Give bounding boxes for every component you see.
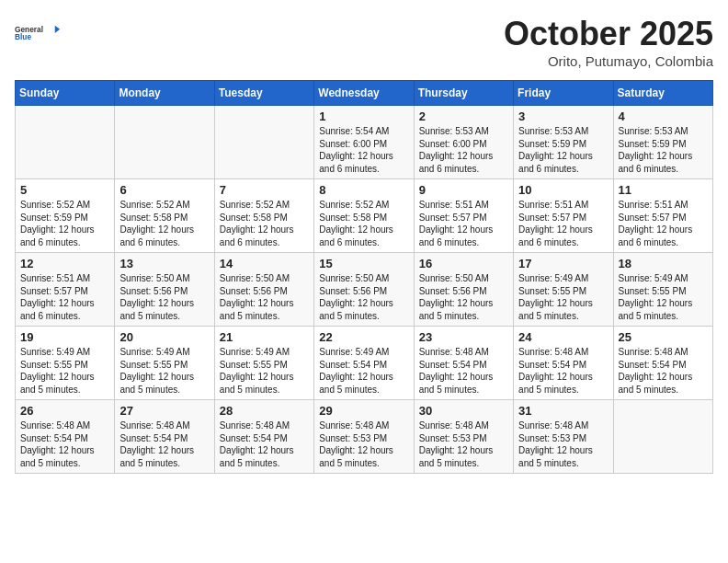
calendar-cell: 5Sunrise: 5:52 AM Sunset: 5:59 PM Daylig… <box>16 179 115 253</box>
cell-content: Sunrise: 5:48 AM Sunset: 5:53 PM Dayligh… <box>419 419 508 469</box>
day-number: 18 <box>619 257 708 270</box>
day-number: 1 <box>319 109 408 123</box>
weekday-header-wednesday: Wednesday <box>314 81 414 106</box>
weekday-header-saturday: Saturday <box>613 81 712 106</box>
day-number: 31 <box>518 404 608 418</box>
calendar-cell: 29Sunrise: 5:48 AM Sunset: 5:53 PM Dayli… <box>314 400 414 474</box>
day-number: 25 <box>619 330 708 344</box>
day-number: 4 <box>619 109 708 123</box>
day-number: 19 <box>20 330 109 344</box>
weekday-header-tuesday: Tuesday <box>214 81 313 106</box>
weekday-header-friday: Friday <box>514 81 613 106</box>
calendar-cell: 25Sunrise: 5:48 AM Sunset: 5:54 PM Dayli… <box>613 327 712 400</box>
calendar-cell: 23Sunrise: 5:48 AM Sunset: 5:54 PM Dayli… <box>414 327 513 400</box>
cell-content: Sunrise: 5:52 AM Sunset: 5:58 PM Dayligh… <box>119 199 209 248</box>
day-number: 17 <box>518 257 608 270</box>
calendar-cell: 14Sunrise: 5:50 AM Sunset: 5:56 PM Dayli… <box>214 253 313 327</box>
day-number: 5 <box>20 183 109 197</box>
day-number: 20 <box>119 330 209 344</box>
cell-content: Sunrise: 5:48 AM Sunset: 5:54 PM Dayligh… <box>220 419 309 469</box>
day-number: 3 <box>518 109 608 123</box>
day-number: 9 <box>419 183 508 197</box>
calendar-cell: 15Sunrise: 5:50 AM Sunset: 5:56 PM Dayli… <box>314 253 414 327</box>
weekday-header-monday: Monday <box>115 81 214 106</box>
calendar-cell: 1Sunrise: 5:54 AM Sunset: 6:00 PM Daylig… <box>314 106 414 179</box>
day-number: 16 <box>419 257 508 270</box>
calendar-cell: 12Sunrise: 5:51 AM Sunset: 5:57 PM Dayli… <box>16 253 115 327</box>
cell-content: Sunrise: 5:48 AM Sunset: 5:53 PM Dayligh… <box>518 419 608 469</box>
calendar-cell: 3Sunrise: 5:53 AM Sunset: 5:59 PM Daylig… <box>514 106 613 179</box>
day-number: 28 <box>220 404 309 418</box>
subtitle: Orito, Putumayo, Colombia <box>504 53 713 69</box>
calendar-cell: 27Sunrise: 5:48 AM Sunset: 5:54 PM Dayli… <box>115 400 214 474</box>
calendar-cell: 10Sunrise: 5:51 AM Sunset: 5:57 PM Dayli… <box>514 179 613 253</box>
cell-content: Sunrise: 5:49 AM Sunset: 5:55 PM Dayligh… <box>119 346 209 396</box>
day-number: 29 <box>319 404 408 418</box>
page-header: General Blue October 2025 Orito, Putumay… <box>15 15 713 69</box>
cell-content: Sunrise: 5:50 AM Sunset: 5:56 PM Dayligh… <box>119 272 209 322</box>
calendar-cell: 28Sunrise: 5:48 AM Sunset: 5:54 PM Dayli… <box>214 400 313 474</box>
calendar-cell <box>214 106 313 179</box>
cell-content: Sunrise: 5:52 AM Sunset: 5:59 PM Dayligh… <box>20 199 109 248</box>
calendar-cell <box>115 106 214 179</box>
day-number: 15 <box>319 257 408 270</box>
calendar-week-row: 12Sunrise: 5:51 AM Sunset: 5:57 PM Dayli… <box>16 253 713 327</box>
month-title: October 2025 <box>504 15 713 53</box>
calendar-week-row: 19Sunrise: 5:49 AM Sunset: 5:55 PM Dayli… <box>16 327 713 400</box>
calendar-cell: 21Sunrise: 5:49 AM Sunset: 5:55 PM Dayli… <box>214 327 313 400</box>
cell-content: Sunrise: 5:48 AM Sunset: 5:54 PM Dayligh… <box>619 346 708 396</box>
cell-content: Sunrise: 5:48 AM Sunset: 5:54 PM Dayligh… <box>518 346 608 396</box>
title-area: October 2025 Orito, Putumayo, Colombia <box>504 15 713 69</box>
calendar-cell: 7Sunrise: 5:52 AM Sunset: 5:58 PM Daylig… <box>214 179 313 253</box>
cell-content: Sunrise: 5:51 AM Sunset: 5:57 PM Dayligh… <box>619 199 708 248</box>
cell-content: Sunrise: 5:49 AM Sunset: 5:54 PM Dayligh… <box>319 346 408 396</box>
day-number: 23 <box>419 330 508 344</box>
calendar-cell: 11Sunrise: 5:51 AM Sunset: 5:57 PM Dayli… <box>613 179 712 253</box>
weekday-header-sunday: Sunday <box>16 81 115 106</box>
weekday-header-thursday: Thursday <box>414 81 513 106</box>
calendar-cell: 6Sunrise: 5:52 AM Sunset: 5:58 PM Daylig… <box>115 179 214 253</box>
cell-content: Sunrise: 5:49 AM Sunset: 5:55 PM Dayligh… <box>20 346 109 396</box>
calendar-cell: 4Sunrise: 5:53 AM Sunset: 5:59 PM Daylig… <box>613 106 712 179</box>
cell-content: Sunrise: 5:49 AM Sunset: 5:55 PM Dayligh… <box>619 272 708 322</box>
cell-content: Sunrise: 5:54 AM Sunset: 6:00 PM Dayligh… <box>319 125 408 175</box>
cell-content: Sunrise: 5:48 AM Sunset: 5:54 PM Dayligh… <box>119 419 209 469</box>
calendar-week-row: 1Sunrise: 5:54 AM Sunset: 6:00 PM Daylig… <box>16 106 713 179</box>
logo: General Blue <box>15 15 61 52</box>
calendar-cell: 20Sunrise: 5:49 AM Sunset: 5:55 PM Dayli… <box>115 327 214 400</box>
logo-svg: General Blue <box>15 15 61 52</box>
day-number: 13 <box>119 257 209 270</box>
cell-content: Sunrise: 5:53 AM Sunset: 5:59 PM Dayligh… <box>518 125 608 175</box>
svg-text:Blue: Blue <box>15 32 31 41</box>
day-number: 30 <box>419 404 508 418</box>
cell-content: Sunrise: 5:51 AM Sunset: 5:57 PM Dayligh… <box>518 199 608 248</box>
calendar-cell: 2Sunrise: 5:53 AM Sunset: 6:00 PM Daylig… <box>414 106 513 179</box>
calendar-table: SundayMondayTuesdayWednesdayThursdayFrid… <box>15 80 713 474</box>
cell-content: Sunrise: 5:51 AM Sunset: 5:57 PM Dayligh… <box>419 199 508 248</box>
calendar-cell: 18Sunrise: 5:49 AM Sunset: 5:55 PM Dayli… <box>613 253 712 327</box>
calendar-cell: 9Sunrise: 5:51 AM Sunset: 5:57 PM Daylig… <box>414 179 513 253</box>
day-number: 22 <box>319 330 408 344</box>
day-number: 21 <box>220 330 309 344</box>
calendar-cell <box>16 106 115 179</box>
day-number: 24 <box>518 330 608 344</box>
calendar-cell: 13Sunrise: 5:50 AM Sunset: 5:56 PM Dayli… <box>115 253 214 327</box>
day-number: 7 <box>220 183 309 197</box>
calendar-cell: 26Sunrise: 5:48 AM Sunset: 5:54 PM Dayli… <box>16 400 115 474</box>
calendar-cell: 19Sunrise: 5:49 AM Sunset: 5:55 PM Dayli… <box>16 327 115 400</box>
cell-content: Sunrise: 5:48 AM Sunset: 5:54 PM Dayligh… <box>20 419 109 469</box>
calendar-week-row: 26Sunrise: 5:48 AM Sunset: 5:54 PM Dayli… <box>16 400 713 474</box>
calendar-week-row: 5Sunrise: 5:52 AM Sunset: 5:59 PM Daylig… <box>16 179 713 253</box>
calendar-cell <box>613 400 712 474</box>
svg-marker-2 <box>55 26 60 33</box>
weekday-header-row: SundayMondayTuesdayWednesdayThursdayFrid… <box>16 81 713 106</box>
cell-content: Sunrise: 5:50 AM Sunset: 5:56 PM Dayligh… <box>220 272 309 322</box>
cell-content: Sunrise: 5:49 AM Sunset: 5:55 PM Dayligh… <box>220 346 309 396</box>
cell-content: Sunrise: 5:51 AM Sunset: 5:57 PM Dayligh… <box>20 272 109 322</box>
calendar-cell: 24Sunrise: 5:48 AM Sunset: 5:54 PM Dayli… <box>514 327 613 400</box>
day-number: 6 <box>119 183 209 197</box>
calendar-cell: 8Sunrise: 5:52 AM Sunset: 5:58 PM Daylig… <box>314 179 414 253</box>
day-number: 26 <box>20 404 109 418</box>
day-number: 8 <box>319 183 408 197</box>
day-number: 27 <box>119 404 209 418</box>
